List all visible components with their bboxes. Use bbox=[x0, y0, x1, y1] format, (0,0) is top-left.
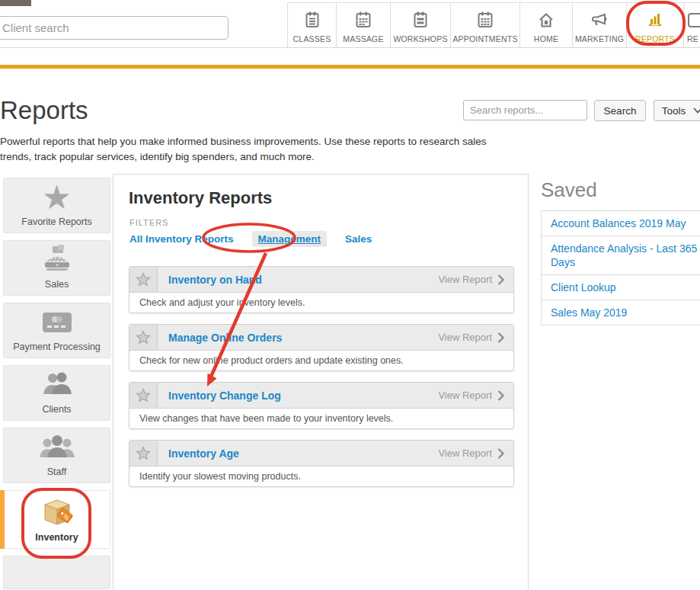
view-report-link[interactable]: View Report bbox=[438, 267, 513, 292]
nav-tab-marketing[interactable]: MARKETING bbox=[573, 3, 627, 47]
nav-tab-label: CLASSES bbox=[293, 34, 331, 43]
sidebar-item-inventory[interactable]: % Inventory bbox=[3, 490, 110, 549]
filter-all-inventory-reports[interactable]: All Inventory Reports bbox=[129, 233, 234, 245]
nav-tab-label: RE bbox=[687, 34, 698, 43]
view-report-label: View Report bbox=[438, 447, 492, 459]
report-card-manage-online-orders: Manage Online Orders View Report Check f… bbox=[129, 324, 514, 371]
report-card-list: Inventory on Hand View Report Check and … bbox=[129, 266, 514, 487]
favorite-star-button[interactable] bbox=[129, 267, 158, 292]
nav-tab-label: MASSAGE bbox=[343, 34, 383, 43]
view-report-link[interactable]: View Report bbox=[438, 383, 513, 408]
filter-links: All Inventory Reports Management Sales bbox=[129, 231, 372, 247]
saved-reports-list: Account Balances 2019 May Attendance Ana… bbox=[541, 210, 700, 325]
sidebar-item-label: Inventory bbox=[35, 532, 78, 543]
clipboard-icon bbox=[411, 9, 430, 30]
brand-divider-bar bbox=[0, 65, 700, 69]
section-title: Inventory Reports bbox=[129, 188, 272, 208]
nav-tab-massage[interactable]: MASSAGE bbox=[337, 3, 391, 47]
sidebar-item-label: Favorite Reports bbox=[21, 216, 91, 227]
favorite-star-button[interactable] bbox=[129, 383, 158, 408]
page-description-line1: Powerful reports that help you make info… bbox=[0, 134, 487, 149]
filter-management[interactable]: Management bbox=[252, 231, 328, 247]
favorite-star-button[interactable] bbox=[129, 325, 158, 350]
inventory-box-icon: % bbox=[37, 491, 77, 532]
sidebar-item-favorite-reports[interactable]: ★ Favorite Reports bbox=[3, 178, 110, 233]
report-card-header: Inventory Change Log View Report bbox=[129, 383, 513, 409]
nav-tab-appointments[interactable]: APPOINTMENTS bbox=[451, 3, 520, 47]
nav-tab-classes[interactable]: CLASSES bbox=[288, 3, 337, 47]
megaphone-icon bbox=[590, 9, 609, 30]
sidebar-item-payment-processing[interactable]: Payment Processing bbox=[3, 303, 110, 358]
filter-sales[interactable]: Sales bbox=[345, 233, 372, 245]
view-report-link[interactable]: View Report bbox=[438, 325, 513, 350]
filters-label: FILTERS bbox=[129, 218, 168, 227]
favorite-star-button[interactable] bbox=[129, 441, 158, 466]
active-category-indicator bbox=[0, 490, 5, 549]
report-link[interactable]: Manage Online Orders bbox=[158, 325, 282, 350]
page-title: Reports bbox=[0, 96, 88, 125]
report-card-inventory-age: Inventory Age View Report Identify your … bbox=[129, 440, 514, 487]
chevron-right-icon bbox=[497, 390, 504, 401]
bar-chart-icon bbox=[646, 9, 664, 30]
report-card-inventory-on-hand: Inventory on Hand View Report Check and … bbox=[129, 266, 514, 313]
tools-dropdown-button[interactable]: Tools bbox=[654, 100, 700, 121]
nav-tab-home[interactable]: HOME bbox=[520, 3, 573, 47]
nav-tab-retail-partial[interactable]: RE bbox=[684, 3, 700, 47]
sidebar-item-label: Clients bbox=[42, 404, 71, 415]
report-link[interactable]: Inventory on Hand bbox=[158, 267, 262, 292]
view-report-label: View Report bbox=[438, 332, 492, 343]
star-outline-icon bbox=[136, 330, 151, 345]
report-description: Identify your slowest moving products. bbox=[129, 467, 513, 486]
chevron-right-icon bbox=[497, 332, 504, 343]
saved-section-title: Saved bbox=[541, 178, 597, 202]
nav-tab-label: HOME bbox=[534, 34, 558, 43]
view-report-label: View Report bbox=[438, 274, 492, 285]
view-report-label: View Report bbox=[438, 390, 492, 401]
cash-register-icon bbox=[37, 241, 77, 279]
report-link[interactable]: Inventory Change Log bbox=[158, 383, 281, 408]
nav-tab-label: REPORTS bbox=[635, 34, 675, 43]
sidebar-item-label: Sales bbox=[45, 279, 69, 290]
nav-tab-workshops[interactable]: WORKSHOPS bbox=[391, 3, 451, 47]
report-description: Check for new online product orders and … bbox=[129, 351, 513, 370]
sidebar-item-sales[interactable]: Sales bbox=[3, 240, 110, 296]
page-description-line2: trends, track popular services, identify… bbox=[0, 149, 487, 165]
star-outline-icon bbox=[136, 446, 151, 460]
star-outline-icon bbox=[136, 272, 151, 287]
report-search-input[interactable] bbox=[463, 100, 587, 120]
report-card-inventory-change-log: Inventory Change Log View Report View ch… bbox=[129, 382, 514, 429]
nav-tab-label: APPOINTMENTS bbox=[452, 34, 517, 43]
star-outline-icon bbox=[136, 388, 151, 402]
star-icon: ★ bbox=[42, 178, 72, 216]
sidebar-item-label: Staff bbox=[47, 467, 66, 477]
sidebar-item-partial[interactable] bbox=[3, 556, 110, 589]
report-card-header: Inventory on Hand View Report bbox=[129, 267, 513, 293]
reports-page: CLASSES MASSAGE WORKSHOPS APPOINTMENTS H… bbox=[0, 0, 700, 590]
sidebar-item-staff[interactable]: Staff bbox=[3, 428, 110, 483]
view-report-link[interactable]: View Report bbox=[438, 441, 513, 466]
calendar-icon bbox=[476, 9, 494, 30]
report-card-header: Manage Online Orders View Report bbox=[129, 325, 513, 351]
report-link[interactable]: Inventory Age bbox=[158, 441, 239, 466]
saved-report-link[interactable]: Client Lookup bbox=[542, 275, 700, 300]
staff-icon bbox=[37, 428, 78, 467]
saved-report-link[interactable]: Account Balances 2019 May bbox=[542, 211, 700, 236]
nav-tab-label: MARKETING bbox=[575, 34, 624, 43]
sidebar-item-label: Payment Processing bbox=[13, 341, 101, 352]
report-description: View changes that have been made to your… bbox=[129, 409, 513, 428]
saved-report-link[interactable]: Attendance Analysis - Last 365 Days bbox=[542, 236, 700, 275]
calendar-icon bbox=[354, 9, 372, 30]
inventory-reports-panel: Inventory Reports FILTERS All Inventory … bbox=[113, 174, 529, 590]
search-button[interactable]: Search bbox=[594, 100, 646, 121]
partial-icon bbox=[684, 9, 700, 30]
saved-report-link[interactable]: Sales May 2019 bbox=[542, 300, 700, 325]
nav-tab-reports[interactable]: REPORTS bbox=[627, 3, 684, 47]
chevron-right-icon bbox=[497, 448, 504, 459]
clipboard-icon bbox=[303, 9, 321, 30]
main-nav: CLASSES MASSAGE WORKSHOPS APPOINTMENTS H… bbox=[287, 2, 700, 47]
nav-tab-label: WORKSHOPS bbox=[393, 34, 447, 43]
home-icon bbox=[537, 9, 555, 30]
client-search-input[interactable] bbox=[0, 16, 229, 40]
chevron-down-icon bbox=[693, 107, 700, 114]
sidebar-item-clients[interactable]: Clients bbox=[3, 365, 110, 421]
